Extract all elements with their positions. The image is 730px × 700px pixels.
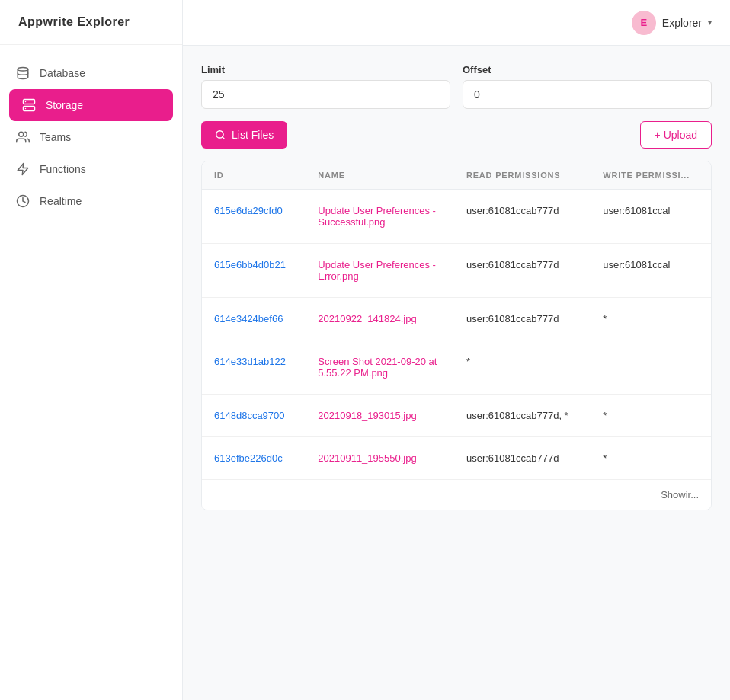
sidebar-nav: Database Storage [0, 45, 182, 700]
cell-name: Update User Preferences - Successful.png [306, 190, 454, 244]
cell-name: 20210922_141824.jpg [306, 298, 454, 340]
cell-read-permissions: user:61081ccab777d [454, 298, 591, 340]
upload-label: + Upload [655, 129, 697, 141]
app-logo: Appwrite Explorer [0, 0, 182, 45]
table-row[interactable]: 615e6da29cfd0 Update User Preferences - … [202, 190, 711, 244]
cell-id: 615e6bb4d0b21 [202, 244, 306, 298]
realtime-icon [15, 194, 30, 208]
files-table: ID NAME READ PERMISSIONS WRITE PERMISSI.… [202, 161, 711, 479]
table-header: ID NAME READ PERMISSIONS WRITE PERMISSI.… [202, 161, 711, 190]
table-body: 615e6da29cfd0 Update User Preferences - … [202, 190, 711, 480]
cell-id: 614e33d1ab122 [202, 340, 306, 395]
cell-read-permissions: user:61081ccab777d [454, 437, 591, 480]
sidebar-item-realtime[interactable]: Realtime [0, 185, 182, 217]
table-row[interactable]: 615e6bb4d0b21 Update User Preferences - … [202, 244, 711, 298]
cell-read-permissions: user:61081ccab777d [454, 190, 591, 244]
cell-name: 20210918_193015.jpg [306, 395, 454, 437]
cell-write-permissions: * [591, 437, 711, 480]
col-header-write: WRITE PERMISSI... [591, 161, 711, 190]
list-files-label: List Files [232, 129, 274, 141]
header: E Explorer ▾ [183, 0, 730, 46]
svg-marker-6 [18, 164, 28, 175]
cell-read-permissions: user:61081ccab777d [454, 244, 591, 298]
offset-label: Offset [463, 64, 712, 75]
content-area: Limit Offset List Files + Upload [183, 46, 730, 700]
filter-controls: Limit Offset [201, 64, 712, 109]
sidebar: Appwrite Explorer Database [0, 0, 183, 700]
cell-name: 20210911_195550.jpg [306, 437, 454, 480]
cell-write-permissions: user:61081ccal [591, 190, 711, 244]
sidebar-item-database[interactable]: Database [0, 57, 182, 89]
cell-write-permissions [591, 340, 711, 395]
svg-point-5 [19, 132, 24, 136]
col-header-id: ID [202, 161, 306, 190]
table-row[interactable]: 6148d8cca9700 20210918_193015.jpg user:6… [202, 395, 711, 437]
teams-icon [15, 130, 30, 144]
cell-id: 613efbe226d0c [202, 437, 306, 480]
database-icon [15, 66, 30, 80]
files-table-container: ID NAME READ PERMISSIONS WRITE PERMISSI.… [201, 161, 712, 510]
sidebar-label-storage: Storage [46, 99, 83, 111]
col-header-name: NAME [306, 161, 454, 190]
app-title: Appwrite Explorer [18, 15, 130, 28]
cell-write-permissions: user:61081ccal [591, 244, 711, 298]
cell-write-permissions: * [591, 395, 711, 437]
offset-group: Offset [463, 64, 712, 109]
svg-point-0 [18, 68, 28, 72]
cell-read-permissions: * [454, 340, 591, 395]
sidebar-label-functions: Functions [40, 163, 86, 175]
table-row[interactable]: 614e33d1ab122 Screen Shot 2021-09-20 at … [202, 340, 711, 395]
table-row[interactable]: 614e3424bef66 20210922_141824.jpg user:6… [202, 298, 711, 340]
main-container: E Explorer ▾ Limit Offset [183, 0, 730, 700]
avatar: E [632, 11, 656, 35]
actions-row: List Files + Upload [201, 121, 712, 149]
cell-id: 614e3424bef66 [202, 298, 306, 340]
limit-group: Limit [201, 64, 450, 109]
cell-name: Screen Shot 2021-09-20 at 5.55.22 PM.png [306, 340, 454, 395]
sidebar-label-teams: Teams [40, 131, 71, 143]
cell-name: Update User Preferences - Error.png [306, 244, 454, 298]
sidebar-item-teams[interactable]: Teams [0, 121, 182, 153]
list-files-button[interactable]: List Files [201, 121, 287, 149]
sidebar-item-functions[interactable]: Functions [0, 153, 182, 185]
upload-button[interactable]: + Upload [640, 121, 712, 149]
functions-icon [15, 162, 30, 176]
footer-text: Showir... [661, 489, 699, 500]
cell-read-permissions: user:61081ccab777d, * [454, 395, 591, 437]
offset-input[interactable] [463, 80, 712, 109]
sidebar-label-realtime: Realtime [40, 195, 82, 207]
table-footer: Showir... [202, 479, 711, 510]
cell-id: 6148d8cca9700 [202, 395, 306, 437]
storage-icon [21, 98, 37, 112]
user-name: Explorer [662, 17, 702, 29]
svg-line-9 [223, 137, 225, 139]
search-icon [215, 129, 226, 140]
limit-input[interactable] [201, 80, 450, 109]
user-menu[interactable]: E Explorer ▾ [632, 11, 712, 35]
limit-label: Limit [201, 64, 450, 75]
sidebar-label-database: Database [40, 67, 85, 79]
table-row[interactable]: 613efbe226d0c 20210911_195550.jpg user:6… [202, 437, 711, 480]
col-header-read: READ PERMISSIONS [454, 161, 591, 190]
avatar-initial: E [641, 17, 648, 28]
cell-write-permissions: * [591, 298, 711, 340]
sidebar-item-storage[interactable]: Storage [9, 89, 173, 121]
chevron-down-icon: ▾ [708, 18, 712, 27]
cell-id: 615e6da29cfd0 [202, 190, 306, 244]
